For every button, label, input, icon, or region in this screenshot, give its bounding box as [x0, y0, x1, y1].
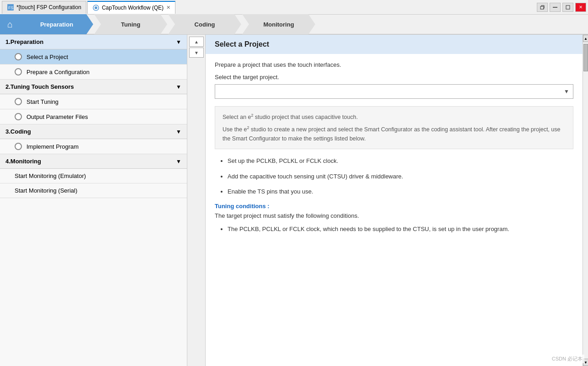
step-tuning-label: Tuning	[121, 21, 140, 28]
content-title: Select a Project	[206, 35, 583, 54]
scroll-thumb[interactable]	[583, 44, 588, 71]
tab-fsp-config[interactable]: FSP *[touch] FSP Configuration	[2, 1, 86, 14]
item-circle-4	[15, 113, 22, 120]
wizard-step-monitoring[interactable]: Monitoring	[242, 14, 315, 34]
step-monitoring-label: Monitoring	[263, 21, 294, 28]
nav-arrows: ▲ ▼	[187, 35, 206, 366]
home-icon: ⌂	[7, 19, 13, 30]
wizard-step-tuning[interactable]: Tuning	[94, 14, 167, 34]
svg-point-3	[95, 6, 97, 9]
section-3-arrow: ▼	[176, 129, 181, 135]
output-params-label: Output Parameter Files	[26, 113, 88, 120]
sidebar-section-2: 2.Tuning Touch Sensors ▼ Start Tuning Ou…	[0, 80, 187, 124]
maximize-btn[interactable]	[562, 3, 573, 12]
home-button[interactable]: ⌂	[0, 14, 20, 34]
restore-btn[interactable]	[537, 3, 548, 12]
watermark: CSDN 必记本	[550, 355, 584, 363]
wizard-step-coding[interactable]: Coding	[168, 14, 241, 34]
tuning-bullet-1: The PCLKB, PCLKL or FCLK clock, which ne…	[228, 225, 573, 234]
svg-rect-6	[566, 5, 570, 9]
item-circle-5	[15, 143, 22, 150]
implement-label: Implement Program	[26, 143, 79, 150]
sidebar-item-prepare-config[interactable]: Prepare a Configuration	[0, 65, 187, 80]
section-1-arrow: ▼	[176, 39, 181, 45]
main-panel: ▲ ▼ Select a Project Prepare a project t…	[187, 35, 588, 366]
main-container: ⌂ Preparation Tuning Coding Monitoring 1…	[0, 15, 588, 366]
prepare-config-label: Prepare a Configuration	[26, 69, 90, 75]
sidebar-item-output-params[interactable]: Output Parameter Files	[0, 109, 187, 124]
tuning-conditions-title: Tuning conditions :	[215, 203, 573, 210]
wizard-step-preparation[interactable]: Preparation	[20, 14, 93, 34]
sidebar-item-start-tuning[interactable]: Start Tuning	[0, 94, 187, 109]
dropdown-arrow-icon: ▼	[564, 88, 569, 95]
section-2-arrow: ▼	[176, 84, 181, 90]
tab-captouch[interactable]: CapTouch Workflow (QE) ✕	[87, 1, 175, 14]
tab-close-btn[interactable]: ✕	[166, 5, 170, 11]
section-2-title: 2.Tuning Touch Sensors	[5, 83, 74, 90]
tab2-label: CapTouch Workflow (QE)	[102, 5, 164, 11]
scroll-up-btn[interactable]: ▲	[583, 35, 588, 42]
minimize-btn[interactable]	[550, 3, 561, 12]
step-preparation-label: Preparation	[40, 21, 73, 28]
window-controls: ✕	[537, 3, 586, 12]
sidebar-item-implement[interactable]: Implement Program	[0, 139, 187, 154]
monitoring-emulator-label: Start Monitoring (Emulator)	[15, 172, 86, 179]
nav-up-btn[interactable]: ▲	[189, 37, 204, 47]
sidebar-section-3: 3.Coding ▼ Implement Program	[0, 124, 187, 154]
section-4-title: 4.Monitoring	[5, 158, 41, 165]
step-coding-label: Coding	[195, 21, 215, 28]
close-btn[interactable]: ✕	[575, 3, 586, 12]
content-subtitle: Prepare a project that uses the touch in…	[215, 61, 573, 68]
sidebar-item-select-project[interactable]: Select a Project	[0, 49, 187, 65]
tuning-bullet-list: The PCLKB, PCLKL or FCLK clock, which ne…	[215, 225, 573, 234]
bullet-item-1: Set up the PCLKB, PCLKL or FCLK clock.	[228, 156, 573, 166]
item-circle-3	[15, 98, 22, 105]
item-circle-2	[15, 68, 22, 75]
section-4-arrow: ▼	[176, 158, 181, 165]
tab1-label: *[touch] FSP Configuration	[16, 4, 81, 11]
sidebar: 1.Preparation ▼ Select a Project Prepare…	[0, 35, 187, 366]
bullet-item-2: Add the capacitive touch sensing unit (C…	[228, 172, 573, 181]
info-box: Select an e2 studio project that uses ca…	[215, 106, 573, 149]
item-circle-1	[15, 53, 22, 60]
captouch-icon	[92, 4, 100, 11]
content-pane: Select a Project Prepare a project that …	[206, 35, 583, 366]
info-line1: Select an e2 studio project that uses ca…	[222, 112, 566, 122]
project-dropdown[interactable]: ▼	[215, 84, 573, 99]
wizard-header: ⌂ Preparation Tuning Coding Monitoring	[0, 15, 588, 35]
bullet-list: Set up the PCLKB, PCLKL or FCLK clock. A…	[215, 156, 573, 196]
right-scrollbar: ▲ ▼	[583, 35, 588, 366]
sidebar-item-monitoring-emulator[interactable]: Start Monitoring (Emulator)	[0, 169, 187, 183]
svg-rect-4	[540, 6, 544, 9]
info-line2: Use the e2 studio to create a new projec…	[222, 124, 566, 143]
wizard-steps: Preparation Tuning Coding Monitoring	[20, 14, 588, 34]
bullet-item-3: Enable the TS pins that you use.	[228, 187, 573, 196]
content-area: 1.Preparation ▼ Select a Project Prepare…	[0, 35, 588, 366]
sidebar-section-4: 4.Monitoring ▼ Start Monitoring (Emulato…	[0, 154, 187, 198]
fsp-config-icon: FSP	[7, 4, 14, 11]
start-tuning-label: Start Tuning	[26, 98, 58, 105]
nav-down-btn[interactable]: ▼	[189, 48, 204, 58]
sidebar-item-monitoring-serial[interactable]: Start Monitoring (Serial)	[0, 183, 187, 198]
tuning-conditions-desc: The target project must satisfy the foll…	[215, 212, 573, 219]
target-project-label: Select the target project.	[215, 74, 573, 81]
title-bar: FSP *[touch] FSP Configuration CapTouch …	[0, 0, 588, 15]
section-4-header[interactable]: 4.Monitoring ▼	[0, 154, 187, 169]
monitoring-serial-label: Start Monitoring (Serial)	[15, 187, 77, 194]
section-2-header[interactable]: 2.Tuning Touch Sensors ▼	[0, 80, 187, 94]
section-1-title: 1.Preparation	[5, 38, 43, 45]
select-project-label: Select a Project	[26, 54, 68, 60]
svg-text:FSP: FSP	[8, 5, 14, 10]
section-3-title: 3.Coding	[5, 128, 31, 135]
sidebar-section-1: 1.Preparation ▼ Select a Project Prepare…	[0, 35, 187, 80]
section-1-header[interactable]: 1.Preparation ▼	[0, 35, 187, 49]
section-3-header[interactable]: 3.Coding ▼	[0, 124, 187, 139]
